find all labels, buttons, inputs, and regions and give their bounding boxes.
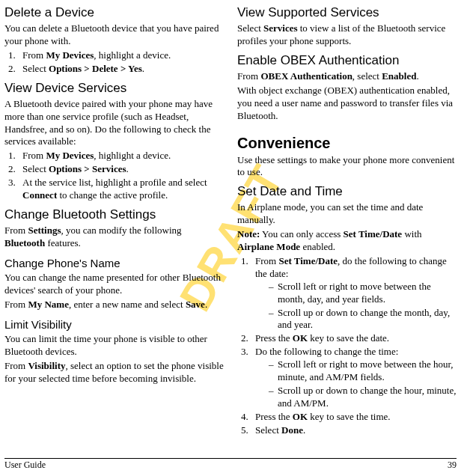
- text-bold: Bluetooth: [4, 237, 45, 248]
- text-bold: Visibility: [28, 360, 65, 371]
- subheading-limit-visibility: Limit Visibility: [4, 317, 224, 332]
- text: features.: [45, 237, 81, 248]
- text: , enter a new name and select: [69, 299, 186, 310]
- para: You can change the name presented for ot…: [4, 272, 224, 297]
- para: You can delete a Bluetooth device that y…: [4, 22, 224, 48]
- para: From My Name, enter a new name and selec…: [4, 299, 224, 311]
- text-bold: Options > Services: [49, 163, 126, 174]
- ordered-list: From Set Time/Date, do the following to …: [237, 255, 457, 436]
- text-bold: Note:: [237, 228, 260, 239]
- list-item: Select Done.: [251, 424, 457, 437]
- heading-delete-device: Delete a Device: [4, 4, 224, 21]
- para: A Bluetooth device paired with your phon…: [4, 98, 224, 149]
- text: to change the active profile.: [57, 189, 168, 201]
- para: You can limit the time your phone is vis…: [4, 333, 224, 358]
- text: From: [4, 360, 28, 371]
- text: At the service list, highlight a profile…: [22, 177, 207, 188]
- heading-enable-obex: Enable OBEX Authentication: [237, 52, 457, 69]
- dash-item: Scroll left or right to move between the…: [269, 281, 457, 306]
- text: From: [255, 255, 278, 266]
- text: .: [303, 424, 305, 436]
- text: .: [205, 299, 207, 310]
- text: with: [402, 228, 421, 239]
- list-item: Press the OK key to save the time.: [251, 411, 457, 424]
- left-column: Delete a Device You can delete a Bluetoo…: [4, 4, 224, 438]
- text: Press the: [255, 411, 293, 422]
- para: Select Services to view a list of the Bl…: [237, 22, 457, 48]
- list-item: Do the following to change the time: Scr…: [251, 346, 457, 409]
- list-item: At the service list, highlight a profile…: [18, 177, 224, 202]
- footer-page-number: 39: [448, 460, 457, 472]
- dash-item: Scroll up or down to change the month, d…: [269, 307, 457, 332]
- para: From Settings, you can modify the follow…: [4, 225, 224, 250]
- list-item: From My Devices, highlight a device.: [18, 150, 224, 162]
- text-bold: Services: [263, 22, 297, 34]
- text-bold: Done: [281, 424, 303, 436]
- text: , you can modify the following: [61, 225, 181, 236]
- text: , highlight a device.: [94, 150, 171, 161]
- text-bold: OK: [293, 411, 308, 422]
- text-bold: Airplane Mode: [237, 241, 300, 252]
- text: Select: [237, 22, 263, 34]
- text-bold: My Devices: [46, 150, 94, 161]
- text: You can only access: [260, 228, 343, 239]
- heading-convenience: Convenience: [237, 133, 457, 153]
- list-item: Select Options > Delete > Yes.: [18, 63, 224, 76]
- para: In Airplane mode, you can set the time a…: [237, 201, 457, 227]
- subheading-change-phone-name: Change Phone's Name: [4, 256, 224, 271]
- list-item: From Set Time/Date, do the following to …: [251, 255, 457, 332]
- text: From: [4, 299, 28, 310]
- text: , select: [352, 70, 382, 82]
- text: .: [416, 70, 418, 82]
- text: .: [142, 63, 144, 74]
- text: Press the: [255, 332, 293, 344]
- dash-list: Scroll left or right to move between the…: [255, 281, 457, 332]
- para: From OBEX Authentication, select Enabled…: [237, 70, 457, 83]
- list-item: From My Devices, highlight a device.: [18, 49, 224, 62]
- text-bold: Save: [186, 299, 205, 310]
- text: key to save the time.: [308, 411, 390, 422]
- list-item: Press the OK key to save the date.: [251, 332, 457, 345]
- footer-left: User Guide: [4, 460, 46, 472]
- text-bold: Set Time/Date: [344, 228, 403, 239]
- text-bold: Enabled: [382, 70, 416, 82]
- text: , highlight a device.: [94, 49, 171, 61]
- text-bold: Connect: [22, 189, 57, 201]
- text: .: [126, 163, 128, 174]
- text: Select: [255, 424, 281, 436]
- text: Select: [22, 63, 49, 74]
- para: Note: You can only access Set Time/Date …: [237, 228, 457, 254]
- content-columns: Delete a Device You can delete a Bluetoo…: [4, 4, 457, 438]
- dash-item: Scroll up or down to change the hour, mi…: [269, 385, 457, 410]
- ordered-list: From My Devices, highlight a device. Sel…: [4, 150, 224, 202]
- text: key to save the date.: [308, 332, 389, 344]
- text-bold: Options > Delete > Yes: [49, 63, 142, 74]
- text: From: [22, 49, 46, 61]
- list-item: Select Options > Services.: [18, 163, 224, 176]
- text-bold: My Name: [28, 299, 69, 310]
- text: From: [22, 150, 46, 161]
- dash-item: Scroll left or right to move between the…: [269, 358, 457, 384]
- para: From Visibility, select an option to set…: [4, 360, 224, 385]
- text-bold: Settings: [28, 225, 61, 236]
- text: Do the following to change the time:: [255, 346, 398, 357]
- right-column: View Supported Services Select Services …: [237, 4, 457, 438]
- para: Use these settings to make your phone mo…: [237, 154, 457, 180]
- text: From: [4, 225, 28, 236]
- heading-view-services: View Device Services: [4, 80, 224, 97]
- ordered-list: From My Devices, highlight a device. Sel…: [4, 49, 224, 76]
- text-bold: OK: [293, 332, 308, 344]
- heading-view-supported: View Supported Services: [237, 4, 457, 21]
- heading-change-bt-settings: Change Bluetooth Settings: [4, 207, 224, 223]
- text: enabled.: [300, 241, 335, 252]
- text: Select: [22, 163, 49, 174]
- page-footer: User Guide 39: [4, 458, 457, 472]
- para: With object exchange (OBEX) authenticati…: [237, 85, 457, 123]
- text-bold: OBEX Authentication: [260, 70, 352, 82]
- text-bold: My Devices: [46, 49, 94, 61]
- text-bold: Set Time/Date: [278, 255, 338, 266]
- text: From: [237, 70, 260, 82]
- heading-set-date-time: Set Date and Time: [237, 183, 457, 200]
- dash-list: Scroll left or right to move between the…: [255, 358, 457, 410]
